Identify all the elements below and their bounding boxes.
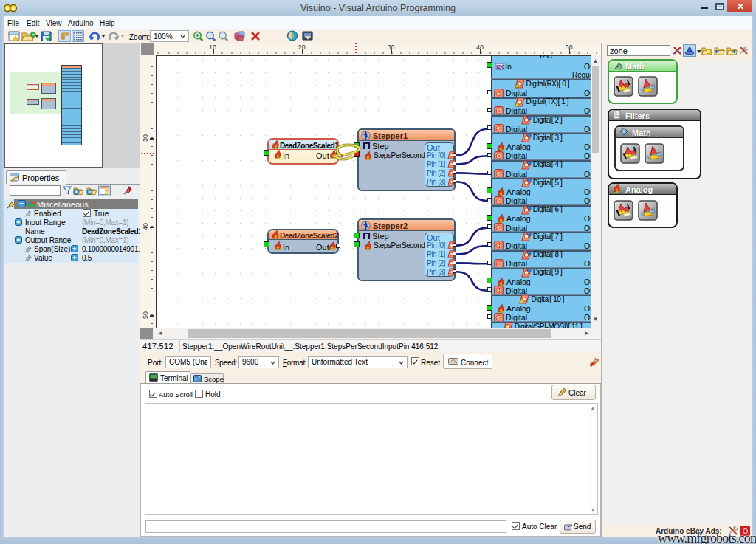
svg-text:I2C: I2C (496, 63, 504, 70)
